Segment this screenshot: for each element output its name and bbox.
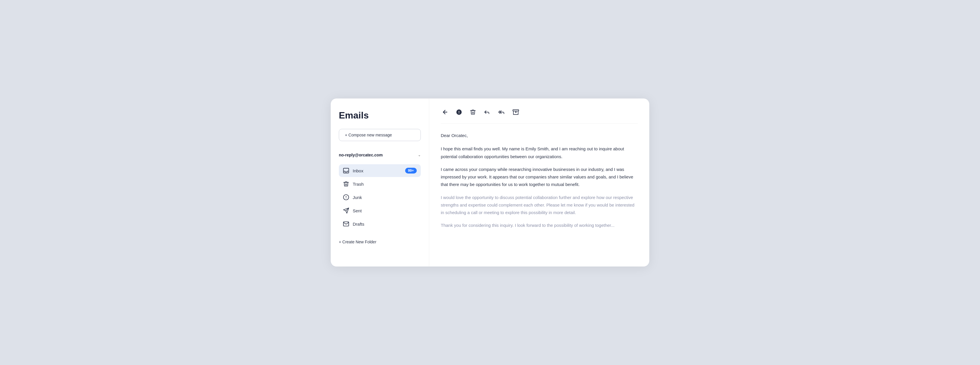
- archive-button[interactable]: [511, 108, 520, 116]
- sent-label: Sent: [353, 208, 417, 213]
- reply-all-icon: [498, 109, 505, 115]
- email-paragraph-4: Thank you for considering this inquiry. …: [441, 222, 638, 229]
- compose-button[interactable]: + Compose new message: [339, 129, 421, 141]
- email-app-card: Emails + Compose new message no-reply@or…: [331, 99, 649, 266]
- delete-button[interactable]: [469, 108, 477, 116]
- page-title: Emails: [339, 110, 421, 121]
- account-email: no-reply@orcatec.com: [339, 153, 383, 157]
- reply-all-button[interactable]: [496, 108, 506, 116]
- junk-label: Junk: [353, 195, 417, 200]
- back-button[interactable]: [441, 108, 449, 116]
- sidebar-item-sent[interactable]: Sent: [339, 204, 421, 217]
- sidebar-item-trash[interactable]: Trash: [339, 178, 421, 190]
- reply-icon: [484, 109, 490, 115]
- archive-icon: [512, 109, 519, 115]
- sent-icon: [343, 207, 349, 214]
- sidebar-item-junk[interactable]: Junk: [339, 191, 421, 204]
- email-body: Dear Orcatec, I hope this email finds yo…: [441, 132, 638, 234]
- junk-icon: [343, 194, 349, 201]
- sidebar-item-drafts[interactable]: Drafts: [339, 218, 421, 230]
- inbox-badge: 99+: [405, 168, 417, 174]
- email-toolbar: !: [441, 108, 638, 124]
- delete-icon: [470, 109, 476, 115]
- drafts-label: Drafts: [353, 222, 417, 226]
- inbox-label: Inbox: [353, 168, 402, 173]
- account-row: no-reply@orcatec.com ⌄: [339, 150, 421, 162]
- svg-text:!: !: [458, 110, 460, 115]
- create-folder-button[interactable]: + Create New Folder: [339, 238, 421, 245]
- reply-button[interactable]: [482, 108, 491, 116]
- trash-icon: [343, 181, 349, 187]
- svg-rect-9: [513, 110, 519, 111]
- alert-icon: !: [456, 109, 462, 115]
- folder-list: Inbox 99+ Trash: [339, 164, 421, 230]
- email-paragraph-2: I came across your company while researc…: [441, 166, 638, 188]
- email-greeting: Dear Orcatec,: [441, 132, 638, 139]
- sidebar: Emails + Compose new message no-reply@or…: [331, 99, 429, 266]
- inbox-icon: [343, 167, 349, 174]
- alert-button[interactable]: !: [455, 108, 463, 116]
- email-paragraph-3: I would love the opportunity to discuss …: [441, 194, 638, 217]
- back-icon: [442, 109, 448, 115]
- email-paragraph-1: I hope this email finds you well. My nam…: [441, 145, 638, 161]
- sidebar-item-inbox[interactable]: Inbox 99+: [339, 164, 421, 177]
- svg-rect-0: [344, 168, 349, 173]
- trash-label: Trash: [353, 182, 417, 186]
- drafts-icon: [343, 221, 349, 227]
- chevron-down-icon[interactable]: ⌄: [418, 153, 421, 157]
- email-main: !: [429, 99, 649, 266]
